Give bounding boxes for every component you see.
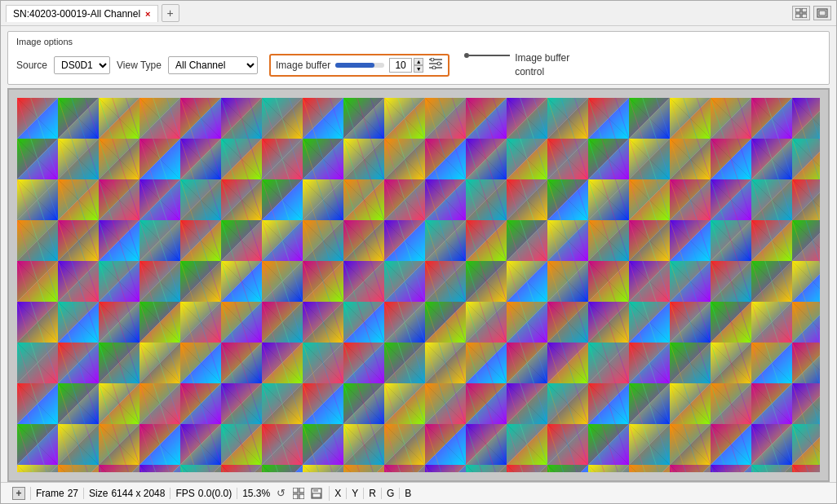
svg-rect-12 bbox=[293, 488, 298, 493]
frame-value: 27 bbox=[68, 488, 78, 499]
svg-rect-17 bbox=[313, 489, 318, 492]
source-select[interactable]: DS0D1 DS0D2 DS0D3 bbox=[54, 56, 110, 74]
status-x: X bbox=[330, 488, 347, 499]
annotation-text: Image buffer control bbox=[515, 51, 569, 79]
options-section-label: Image options bbox=[16, 37, 821, 46]
buffer-label: Image buffer bbox=[276, 60, 330, 71]
status-bar: + Frame 27 Size 6144 x 2048 FPS 0.0(0.0)… bbox=[1, 482, 836, 503]
buffer-decrement[interactable]: ▼ bbox=[414, 65, 423, 73]
size-value: 6144 x 2048 bbox=[111, 488, 165, 499]
options-row: Source DS0D1 DS0D2 DS0D3 View Type All C… bbox=[16, 51, 821, 79]
x-label: X bbox=[334, 488, 341, 499]
source-label: Source bbox=[16, 60, 47, 71]
buffer-slider[interactable] bbox=[335, 63, 384, 68]
svg-rect-14 bbox=[293, 494, 298, 499]
title-bar: SN:40203-00019-All Channel × + bbox=[1, 1, 836, 26]
g-label: G bbox=[387, 488, 394, 499]
buffer-spinner: ▲ ▼ bbox=[414, 58, 423, 73]
status-r: R bbox=[364, 488, 382, 499]
main-window: SN:40203-00019-All Channel × + bbox=[0, 0, 837, 504]
svg-rect-13 bbox=[299, 488, 304, 493]
svg-point-9 bbox=[431, 58, 434, 61]
status-zoom: 15.3% ↺ bbox=[237, 486, 330, 501]
new-tab-button[interactable]: + bbox=[162, 4, 179, 22]
svg-rect-18 bbox=[312, 493, 321, 497]
annotation-line bbox=[469, 55, 510, 56]
svg-rect-0 bbox=[795, 8, 800, 12]
r-label: R bbox=[369, 488, 376, 499]
size-label: Size bbox=[89, 488, 108, 499]
buffer-number-input[interactable] bbox=[389, 58, 412, 73]
tile-icon[interactable] bbox=[792, 6, 810, 20]
svg-rect-3 bbox=[802, 14, 807, 18]
float-icon[interactable] bbox=[813, 6, 831, 20]
buffer-slider-fill bbox=[335, 63, 374, 68]
save-icon[interactable] bbox=[309, 486, 324, 501]
svg-rect-1 bbox=[802, 8, 807, 12]
buffer-increment[interactable]: ▲ bbox=[414, 58, 423, 65]
status-add: + bbox=[7, 487, 31, 500]
svg-point-10 bbox=[437, 62, 441, 65]
image-inner bbox=[17, 98, 820, 472]
svg-rect-15 bbox=[299, 494, 304, 499]
options-bar: Image options Source DS0D1 DS0D2 DS0D3 V… bbox=[7, 31, 830, 85]
status-size: Size 6144 x 2048 bbox=[84, 488, 170, 499]
status-fps: FPS 0.0(0.0) bbox=[170, 488, 237, 499]
viewtype-label: View Type bbox=[117, 60, 162, 71]
image-buffer-box: Image buffer ▲ ▼ bbox=[269, 54, 450, 77]
grid-view-icon[interactable] bbox=[291, 486, 306, 501]
image-display-area bbox=[7, 88, 830, 482]
fps-value: 0.0(0.0) bbox=[198, 488, 232, 499]
status-y: Y bbox=[347, 488, 364, 499]
zoom-value: 15.3% bbox=[242, 488, 270, 499]
tab-close-button[interactable]: × bbox=[145, 9, 150, 19]
b-label: B bbox=[405, 488, 411, 499]
svg-rect-5 bbox=[819, 11, 826, 15]
image-canvas bbox=[17, 98, 820, 472]
status-b: B bbox=[400, 488, 416, 499]
tab-label: SN:40203-00019-All Channel bbox=[13, 8, 140, 20]
main-tab[interactable]: SN:40203-00019-All Channel × bbox=[6, 5, 158, 22]
status-frame: Frame 27 bbox=[31, 488, 84, 499]
svg-rect-2 bbox=[795, 14, 800, 18]
status-g: G bbox=[382, 488, 400, 499]
svg-point-11 bbox=[432, 66, 436, 69]
add-frame-button[interactable]: + bbox=[12, 487, 25, 500]
window-controls bbox=[792, 6, 831, 20]
fps-label: FPS bbox=[175, 488, 194, 499]
buffer-value-group: ▲ ▼ bbox=[389, 58, 423, 73]
refresh-icon[interactable]: ↺ bbox=[273, 486, 288, 501]
filter-settings-icon[interactable] bbox=[428, 58, 443, 72]
frame-label: Frame bbox=[36, 488, 64, 499]
y-label: Y bbox=[352, 488, 358, 499]
annotation: Image buffer control bbox=[464, 51, 569, 79]
viewtype-select[interactable]: All Channel Channel 1 Channel 2 Channel … bbox=[168, 56, 258, 74]
